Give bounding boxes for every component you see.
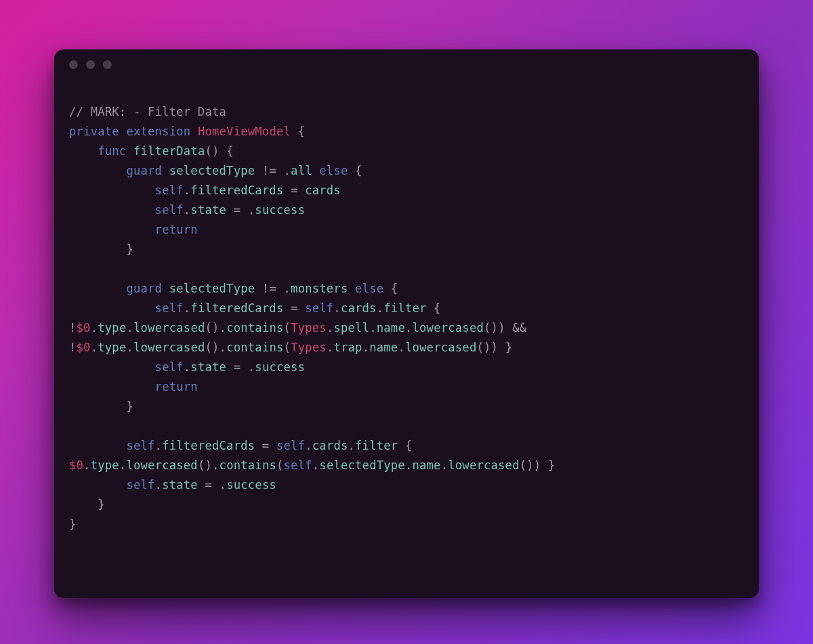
tok-paren: ( <box>284 341 291 354</box>
tok-success: success <box>226 478 276 492</box>
tok-contains: contains <box>220 458 276 472</box>
tok-neq: != <box>262 164 276 177</box>
tok-dollar0: $0 <box>77 321 91 335</box>
tok-lowercased: lowercased <box>133 321 205 335</box>
tok-success: success <box>255 360 305 374</box>
tok-dot: . <box>220 478 227 492</box>
tok-lowercased: lowercased <box>133 341 205 354</box>
tok-brace: { <box>355 164 362 177</box>
tok-not: ! <box>69 341 77 354</box>
tok-self: self <box>126 439 154 452</box>
traffic-light-minimize-icon[interactable] <box>86 60 95 69</box>
tok-paren: ( <box>205 144 212 158</box>
tok-else: else <box>319 164 348 177</box>
traffic-light-zoom-icon[interactable] <box>103 60 112 69</box>
tok-return: return <box>155 380 198 393</box>
tok-paren: ) <box>212 321 220 335</box>
tok-dot: . <box>327 341 334 354</box>
tok-success: success <box>255 203 305 217</box>
tok-dot: . <box>184 203 191 217</box>
tok-dot: . <box>369 321 377 335</box>
tok-brace: { <box>405 439 413 452</box>
tok-type: type <box>98 341 126 354</box>
tok-state: state <box>190 360 226 374</box>
tok-all: all <box>291 164 312 177</box>
tok-monsters: monsters <box>291 282 348 295</box>
tok-lowercased: lowercased <box>405 341 476 354</box>
tok-dot: . <box>184 184 191 197</box>
tok-paren: ( <box>205 321 212 335</box>
tok-lowercased: lowercased <box>413 321 484 335</box>
tok-extension: extension <box>126 125 190 138</box>
traffic-light-close-icon[interactable] <box>69 60 78 69</box>
tok-brace: } <box>126 242 133 256</box>
tok-dot: . <box>155 478 163 492</box>
tok-dot: . <box>405 458 413 472</box>
tok-eq: = <box>262 439 270 452</box>
tok-eq: = <box>291 184 298 197</box>
tok-homeviewmodel: HomeViewModel <box>198 125 291 138</box>
tok-brace: } <box>98 498 105 511</box>
tok-return: return <box>155 223 198 236</box>
tok-dot: . <box>220 341 227 354</box>
tok-brace: { <box>226 144 234 158</box>
tok-paren: ) <box>526 458 534 472</box>
tok-eq: = <box>205 478 212 492</box>
code-card: // MARK: - Filter Data private extension… <box>54 49 759 598</box>
tok-self: self <box>155 184 184 197</box>
tok-paren: ) <box>205 458 212 472</box>
tok-dot: . <box>348 439 355 452</box>
tok-types: Types <box>291 341 327 354</box>
code-comment: // MARK: - Filter Data <box>69 105 226 119</box>
code-area: // MARK: - Filter Data private extension… <box>54 79 759 534</box>
tok-name: name <box>377 321 405 335</box>
tok-brace: } <box>548 458 556 472</box>
tok-paren: ( <box>284 321 291 335</box>
tok-selectedtype: selectedType <box>169 282 255 295</box>
tok-dot: . <box>398 341 405 354</box>
code-block: // MARK: - Filter Data private extension… <box>69 102 744 534</box>
tok-dot: . <box>248 360 255 374</box>
tok-filteredcards: filteredCards <box>190 184 283 197</box>
tok-dot: . <box>83 458 91 472</box>
tok-paren: ( <box>276 458 284 472</box>
tok-lowercased: lowercased <box>126 458 197 472</box>
tok-paren: ) <box>212 341 220 354</box>
tok-state: state <box>190 203 226 217</box>
tok-selectedtype: selectedType <box>319 458 405 472</box>
tok-selectedtype: selectedType <box>169 164 255 177</box>
tok-dot: . <box>248 203 255 217</box>
tok-paren: ) <box>491 341 499 354</box>
tok-neq: != <box>262 282 276 295</box>
tok-dollar0: $0 <box>69 458 83 472</box>
tok-filter: filter <box>355 439 398 452</box>
tok-paren: ) <box>484 341 491 354</box>
tok-name: name <box>369 341 398 354</box>
tok-brace: } <box>126 400 133 413</box>
tok-types: Types <box>291 321 327 335</box>
tok-paren: ) <box>534 458 541 472</box>
tok-dot: . <box>377 301 384 315</box>
tok-paren: ( <box>205 341 212 354</box>
tok-dot: . <box>91 321 98 335</box>
tok-brace: { <box>391 282 398 295</box>
tok-private: private <box>69 125 119 138</box>
tok-dot: . <box>327 321 334 335</box>
tok-type: type <box>91 458 119 472</box>
tok-not: ! <box>69 321 77 335</box>
tok-dot: . <box>284 164 291 177</box>
tok-contains: contains <box>226 321 283 335</box>
tok-paren: ( <box>520 458 527 472</box>
tok-dot: . <box>220 321 227 335</box>
tok-dollar0: $0 <box>77 341 91 354</box>
tok-dot: . <box>441 458 449 472</box>
tok-self: self <box>284 458 312 472</box>
tok-guard: guard <box>126 282 162 295</box>
tok-self: self <box>305 301 333 315</box>
tok-guard: guard <box>126 164 162 177</box>
tok-else: else <box>355 282 383 295</box>
tok-brace: } <box>505 341 513 354</box>
tok-eq: = <box>291 301 298 315</box>
tok-paren: ) <box>212 144 220 158</box>
tok-dot: . <box>362 341 370 354</box>
